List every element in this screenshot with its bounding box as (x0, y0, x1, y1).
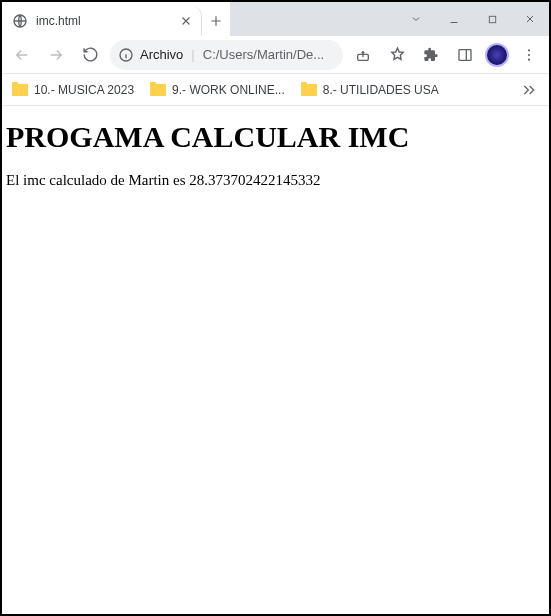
svg-rect-4 (459, 49, 471, 60)
page-heading: PROGAMA CALCULAR IMC (6, 120, 545, 154)
close-icon[interactable] (179, 14, 193, 28)
window-controls (397, 2, 549, 36)
bookmark-item[interactable]: 8.- UTILIDADES USA (301, 83, 439, 97)
bookmarks-overflow-icon[interactable] (519, 80, 539, 100)
url-protocol: Archivo (140, 47, 183, 62)
folder-icon (12, 84, 28, 96)
share-icon[interactable] (349, 41, 377, 69)
bookmarks-bar: 10.- MUSICA 2023 9.- WORK ONLINE... 8.- … (2, 74, 549, 106)
svg-point-5 (528, 49, 530, 51)
tab-title: imc.html (36, 14, 171, 28)
svg-rect-1 (489, 16, 495, 22)
url-path: C:/Users/Martin/De... (203, 47, 335, 62)
globe-icon (12, 13, 28, 29)
svg-point-6 (528, 53, 530, 55)
minimize-button[interactable] (435, 2, 473, 36)
info-icon (118, 47, 134, 63)
reload-button[interactable] (76, 41, 104, 69)
folder-icon (150, 84, 166, 96)
back-button[interactable] (8, 41, 36, 69)
bookmark-label: 8.- UTILIDADES USA (323, 83, 439, 97)
titlebar-drag-area (230, 2, 397, 36)
bookmark-item[interactable]: 10.- MUSICA 2023 (12, 83, 134, 97)
bookmark-item[interactable]: 9.- WORK ONLINE... (150, 83, 285, 97)
star-icon[interactable] (383, 41, 411, 69)
extensions-icon[interactable] (417, 41, 445, 69)
profile-avatar[interactable] (485, 43, 509, 67)
folder-icon (301, 84, 317, 96)
new-tab-button[interactable] (202, 6, 230, 36)
browser-toolbar: Archivo | C:/Users/Martin/De... (2, 36, 549, 74)
svg-point-7 (528, 58, 530, 60)
browser-tab[interactable]: imc.html (2, 6, 202, 36)
maximize-button[interactable] (473, 2, 511, 36)
menu-icon[interactable] (515, 41, 543, 69)
bookmark-label: 10.- MUSICA 2023 (34, 83, 134, 97)
dropdown-icon[interactable] (397, 2, 435, 36)
imc-result-text: El imc calculado de Martin es 28.3737024… (6, 172, 545, 189)
close-window-button[interactable] (511, 2, 549, 36)
url-separator: | (191, 47, 194, 62)
window-titlebar: imc.html (2, 2, 549, 36)
forward-button[interactable] (42, 41, 70, 69)
sidepanel-icon[interactable] (451, 41, 479, 69)
page-content: PROGAMA CALCULAR IMC El imc calculado de… (2, 106, 549, 203)
bookmark-label: 9.- WORK ONLINE... (172, 83, 285, 97)
address-bar[interactable]: Archivo | C:/Users/Martin/De... (110, 40, 343, 70)
